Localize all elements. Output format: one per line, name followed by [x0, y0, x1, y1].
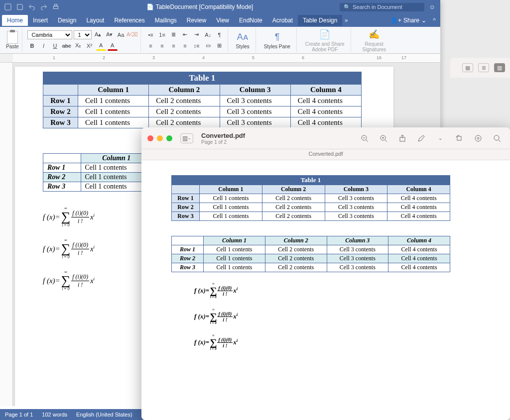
word-titlebar: 📄TableDocument [Compatibility Mode] 🔍Sea…	[0, 0, 440, 14]
search-input[interactable]: 🔍Search in Document	[340, 3, 424, 11]
smiley-icon[interactable]: ☺	[428, 3, 436, 11]
increase-font-icon[interactable]: A▴	[93, 30, 103, 40]
ribbon-tabs: Home Insert Design Layout References Mai…	[0, 14, 440, 27]
preview-titlebar: ▥ ⌄ Converted.pdf Page 1 of 2 ⌄	[141, 127, 510, 149]
styles-pane-icon: ¶	[271, 31, 283, 43]
preview-subtitle: Page 1 of 2	[201, 139, 245, 145]
markup-icon[interactable]	[414, 132, 428, 144]
preview-tab[interactable]: Converted.pdf	[141, 149, 510, 160]
bullets-icon[interactable]: •≡	[146, 30, 156, 40]
print-icon[interactable]	[52, 3, 60, 11]
tab-acrobat[interactable]: Acrobat	[267, 15, 298, 26]
styles-button[interactable]: AᴀStyles	[233, 30, 253, 50]
formula: f (x)= ∞∑i = 0 f (i)(0)i ! xi	[194, 282, 480, 299]
tab-insert[interactable]: Insert	[28, 15, 53, 26]
formula: f (x)= ∞∑i = 0 f (i)(0)i ! xi	[194, 308, 480, 325]
sort-icon[interactable]: A↓	[203, 30, 213, 40]
close-icon[interactable]	[147, 135, 153, 141]
table-1[interactable]: Table 1 Column 1Column 2Column 3Column 4…	[43, 72, 362, 128]
zoom-out-icon[interactable]	[358, 132, 372, 144]
list-view-icon[interactable]: ≣	[478, 63, 489, 72]
tabs-overflow-icon[interactable]: »	[342, 16, 350, 24]
save-icon[interactable]	[16, 3, 24, 11]
undo-icon[interactable]	[28, 3, 36, 11]
multilevel-icon[interactable]: ≣	[169, 30, 179, 40]
share-button[interactable]: 👤+Share⌄	[386, 17, 430, 24]
finder-view-toggle: ▦ ≣ ▥	[450, 58, 510, 78]
paste-button[interactable]: Paste	[6, 31, 19, 49]
preview-page[interactable]: Table 1 Column 1Column 2Column 3Column 4…	[141, 160, 510, 420]
font-name-select[interactable]: Cambria	[27, 30, 72, 39]
increase-indent-icon[interactable]: ⇥	[192, 30, 202, 40]
change-case-icon[interactable]: Aa	[116, 30, 126, 40]
window-title: TableDocument [Compatibility Mode]	[156, 3, 253, 10]
strike-button[interactable]: abc	[62, 41, 72, 51]
tab-home[interactable]: Home	[2, 15, 28, 26]
svg-rect-1	[54, 6, 58, 8]
redo-icon[interactable]	[40, 3, 48, 11]
window-controls	[147, 135, 172, 141]
borders-icon[interactable]: ⊞	[215, 41, 225, 51]
italic-button[interactable]: I	[39, 41, 49, 51]
column-view-icon[interactable]: ▥	[494, 63, 505, 72]
tab-design[interactable]: Design	[53, 15, 81, 26]
chevron-down-icon: ⌄	[421, 17, 426, 24]
table-row: Row 3Cell 1 contentsCell 2 contentsCell …	[43, 117, 362, 128]
request-signatures-button[interactable]: ✍Request Signatures	[356, 27, 392, 53]
font-color-icon[interactable]: A	[108, 41, 118, 51]
status-lang[interactable]: English (United States)	[76, 412, 132, 418]
subscript-button[interactable]: X₂	[73, 41, 83, 51]
table-row: Row 1Cell 1 contentsCell 2 contentsCell …	[43, 96, 362, 106]
autosave-icon[interactable]	[4, 3, 12, 11]
tab-layout[interactable]: Layout	[81, 15, 109, 26]
preview-title: Converted.pdf	[201, 132, 245, 139]
sidebar-toggle-icon[interactable]: ▥ ⌄	[180, 133, 193, 143]
pdf-table-1: Table 1 Column 1Column 2Column 3Column 4…	[171, 175, 450, 221]
vertical-ruler[interactable]	[0, 63, 13, 406]
tab-endnote[interactable]: EndNote	[234, 15, 267, 26]
align-left-icon[interactable]: ≡	[146, 41, 156, 51]
tab-references[interactable]: References	[109, 15, 149, 26]
ribbon: Paste Cambria 12 A▴ A▾ Aa A⌫ B I U abc X…	[0, 27, 440, 54]
font-size-select[interactable]: 12	[74, 30, 92, 39]
align-center-icon[interactable]: ≡	[157, 41, 167, 51]
tab-table-design[interactable]: Table Design	[298, 15, 342, 26]
tab-review[interactable]: Review	[182, 15, 211, 26]
svg-rect-0	[5, 4, 11, 10]
line-spacing-icon[interactable]: ↕≡	[192, 41, 202, 51]
highlight-icon[interactable]	[471, 132, 485, 144]
decrease-font-icon[interactable]: A▾	[105, 30, 115, 40]
status-words[interactable]: 102 words	[42, 412, 67, 418]
status-page[interactable]: Page 1 of 1	[5, 412, 33, 418]
text-highlight-icon[interactable]: A	[96, 41, 106, 51]
table-row: Row 2Cell 1 contentsCell 2 contentsCell …	[43, 106, 362, 117]
share-icon[interactable]	[395, 132, 409, 144]
svg-line-15	[499, 140, 501, 142]
svg-line-7	[385, 140, 387, 142]
shading-icon[interactable]: ▭	[203, 41, 213, 51]
grid-view-icon[interactable]: ▦	[462, 63, 473, 72]
tab-view[interactable]: View	[211, 15, 234, 26]
decrease-indent-icon[interactable]: ⇤	[180, 30, 190, 40]
clear-format-icon[interactable]: A⌫	[128, 30, 137, 40]
table-2-partial[interactable]: Column 1 Row 1Cell 1 contents Row 2Cell …	[43, 153, 152, 192]
rotate-icon[interactable]	[452, 132, 466, 144]
horizontal-ruler[interactable]: 1 2 3 4 5 6 16 17	[0, 54, 440, 63]
tab-mailings[interactable]: Mailings	[150, 15, 182, 26]
superscript-button[interactable]: X²	[85, 41, 95, 51]
numbering-icon[interactable]: 1≡	[157, 30, 167, 40]
underline-button[interactable]: U	[50, 41, 60, 51]
styles-pane-button[interactable]: ¶Styles Pane	[261, 30, 293, 50]
collapse-ribbon-icon[interactable]: ^	[430, 16, 438, 24]
show-marks-icon[interactable]: ¶	[215, 30, 225, 40]
justify-icon[interactable]: ≡	[180, 41, 190, 51]
pdf-icon: 📄	[319, 28, 331, 40]
search-icon[interactable]	[490, 132, 504, 144]
zoom-in-icon[interactable]	[377, 132, 390, 144]
chevron-down-icon[interactable]: ⌄	[433, 132, 447, 144]
fullscreen-icon[interactable]	[166, 135, 172, 141]
minimize-icon[interactable]	[157, 135, 163, 141]
align-right-icon[interactable]: ≡	[169, 41, 179, 51]
create-share-pdf-button[interactable]: 📄Create and Share Adobe PDF	[302, 27, 348, 53]
bold-button[interactable]: B	[27, 41, 37, 51]
